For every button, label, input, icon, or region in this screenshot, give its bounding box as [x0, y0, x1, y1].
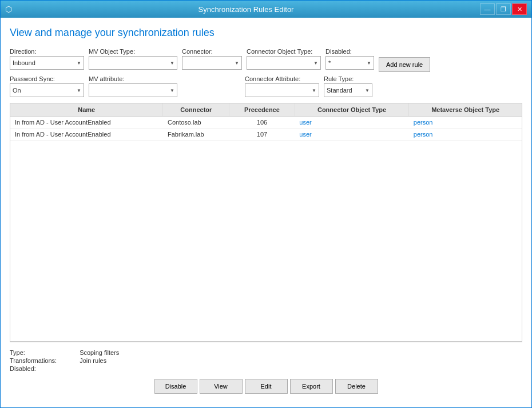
join-rules-label: Join rules — [80, 357, 119, 364]
bottom-panel: Type: Transformations: Disabled: Scoping… — [10, 342, 522, 398]
connector-attr-select[interactable] — [245, 83, 319, 97]
disabled-group: Disabled: * Yes No — [325, 48, 374, 70]
direction-group: Direction: Inbound Outbound — [10, 48, 84, 70]
add-new-rule-button[interactable]: Add new rule — [379, 57, 430, 72]
table-row[interactable]: In from AD - User AccountEnabled Fabrika… — [10, 129, 522, 141]
rule-type-select[interactable]: Standard Provisioning — [324, 83, 372, 97]
direction-select-wrapper: Inbound Outbound — [10, 56, 84, 70]
main-content: View and manage your synchronization rul… — [1, 18, 531, 407]
title-bar: ⬡ Synchronization Rules Editor — ❐ ✕ — [1, 1, 531, 18]
mv-object-label: MV Object Type: — [89, 48, 177, 55]
edit-button[interactable]: Edit — [245, 379, 288, 394]
password-select-wrapper: On Off — [10, 83, 84, 97]
connector-select[interactable] — [182, 56, 242, 70]
password-select[interactable]: On Off — [10, 83, 84, 97]
filter-row-2: Password Sync: On Off MV attribute: — [10, 75, 522, 97]
cell-name: In from AD - User AccountEnabled — [10, 129, 163, 141]
close-button[interactable]: ✕ — [512, 3, 527, 15]
rule-type-group: Rule Type: Standard Provisioning — [324, 75, 372, 97]
disabled-label: Disabled: — [325, 48, 374, 55]
cell-metaverse-obj-type: person — [409, 129, 522, 141]
password-group: Password Sync: On Off — [10, 75, 84, 97]
connector-obj-select-wrapper — [247, 56, 321, 70]
connector-obj-label: Connector Object Type: — [247, 48, 321, 55]
cell-name: In from AD - User AccountEnabled — [10, 117, 163, 129]
delete-button[interactable]: Delete — [335, 379, 378, 394]
cell-connector-obj-type: user — [295, 129, 409, 141]
bottom-left-info: Type: Transformations: Disabled: — [10, 349, 57, 372]
rule-type-label: Rule Type: — [324, 75, 372, 82]
restore-button[interactable]: ❐ — [496, 3, 511, 15]
bottom-info: Type: Transformations: Disabled: Scoping… — [10, 347, 522, 377]
main-window: ⬡ Synchronization Rules Editor — ❐ ✕ Vie… — [0, 0, 532, 408]
connector-obj-select[interactable] — [247, 56, 321, 70]
minimize-button[interactable]: — — [480, 3, 495, 15]
col-connector: Connector — [163, 103, 229, 117]
rule-type-select-wrapper: Standard Provisioning — [324, 83, 372, 97]
mv-object-group: MV Object Type: — [89, 48, 177, 70]
table-header-row: Name Connector Precedence Connector Obje… — [10, 103, 522, 117]
filter-row-1: Direction: Inbound Outbound MV Object Ty… — [10, 48, 522, 72]
connector-attr-group: Connector Attribute: — [245, 75, 319, 97]
mv-object-select[interactable] — [89, 56, 177, 70]
disabled-select-wrapper: * Yes No — [325, 56, 374, 70]
cell-connector: Contoso.lab — [163, 117, 229, 129]
connector-select-wrapper — [182, 56, 242, 70]
bottom-disabled-label: Disabled: — [10, 365, 57, 372]
window-title: Synchronization Rules Editor — [12, 5, 480, 14]
rules-table: Name Connector Precedence Connector Obje… — [10, 103, 522, 141]
connector-attr-select-wrapper — [245, 83, 319, 97]
export-button[interactable]: Export — [290, 379, 333, 394]
filter-section: Direction: Inbound Outbound MV Object Ty… — [10, 48, 522, 97]
col-name: Name — [10, 103, 163, 117]
type-label: Type: — [10, 349, 57, 356]
bottom-right-info: Scoping filters Join rules — [80, 349, 119, 372]
disabled-select[interactable]: * Yes No — [325, 56, 374, 70]
direction-label: Direction: — [10, 48, 84, 55]
app-icon: ⬡ — [5, 5, 12, 14]
col-precedence: Precedence — [229, 103, 295, 117]
action-buttons-bar: Disable View Edit Export Delete — [10, 377, 522, 398]
mv-attr-select[interactable] — [89, 83, 177, 97]
disable-button[interactable]: Disable — [154, 379, 197, 394]
connector-group: Connector: — [182, 48, 242, 70]
connector-label: Connector: — [182, 48, 242, 55]
window-controls: — ❐ ✕ — [480, 3, 527, 15]
page-title: View and manage your synchronization rul… — [10, 27, 522, 39]
connector-attr-label: Connector Attribute: — [245, 75, 319, 82]
table-row[interactable]: In from AD - User AccountEnabled Contoso… — [10, 117, 522, 129]
mv-attr-select-wrapper — [89, 83, 177, 97]
cell-connector-obj-type: user — [295, 117, 409, 129]
connector-obj-group: Connector Object Type: — [247, 48, 321, 70]
direction-select[interactable]: Inbound Outbound — [10, 56, 84, 70]
rules-table-container: Name Connector Precedence Connector Obje… — [10, 103, 522, 342]
mv-object-select-wrapper — [89, 56, 177, 70]
transformations-label: Transformations: — [10, 357, 57, 364]
scoping-filters-label: Scoping filters — [80, 349, 119, 356]
cell-precedence: 106 — [229, 117, 295, 129]
mv-attr-group: MV attribute: — [89, 75, 177, 97]
col-connector-obj-type: Connector Object Type — [295, 103, 409, 117]
cell-precedence: 107 — [229, 129, 295, 141]
mv-attr-label: MV attribute: — [89, 75, 177, 82]
view-button[interactable]: View — [200, 379, 243, 394]
cell-connector: Fabrikam.lab — [163, 129, 229, 141]
cell-metaverse-obj-type: person — [409, 117, 522, 129]
col-metaverse-obj-type: Metaverse Object Type — [409, 103, 522, 117]
password-label: Password Sync: — [10, 75, 84, 82]
